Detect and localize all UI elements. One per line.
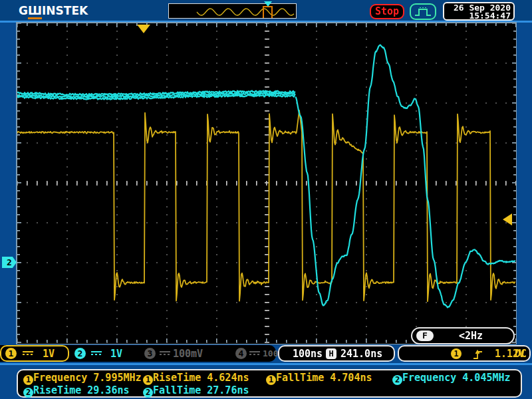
trigger-frequency-badge: F <2Hz — [411, 327, 515, 344]
trigger-level-marker-icon[interactable] — [503, 213, 512, 225]
timebase-scale: 100ns — [293, 348, 323, 360]
channel4-badge: 4 — [235, 348, 247, 359]
measurement-item: 1FallTime 4.704ns — [266, 372, 372, 384]
stop-button[interactable]: Stop — [370, 4, 404, 19]
channel2-scale: 1V — [110, 348, 122, 360]
channel1-badge: 1 — [23, 375, 33, 385]
top-bar: GШINSTEK Stop 26 Sep 2020 15:54:47 — [0, 0, 532, 21]
trigger-coupling: DC — [515, 348, 527, 360]
measurement-item: 1Frequency 7.995MHz — [23, 372, 142, 384]
measurement-item: 2FallTime 27.76ns — [143, 384, 249, 396]
brand-part3: INSTEK — [42, 4, 88, 17]
time-text: 15:54:47 — [444, 12, 511, 20]
horizontal-icon: H — [326, 348, 336, 359]
memory-trigger-marker-icon — [264, 1, 272, 7]
oscilloscope-screen: GШINSTEK Stop 26 Sep 2020 15:54:47 2 F <… — [0, 0, 532, 399]
channel3-status[interactable]: 3 100mV — [138, 345, 207, 362]
measurement-value: 29.36ns — [87, 384, 129, 396]
channel3-badge: 3 — [144, 348, 156, 359]
brand-w-glyph: Ш — [28, 4, 42, 19]
brand-logo: GШINSTEK — [19, 4, 88, 17]
memory-bar[interactable] — [168, 3, 297, 19]
dc-coupling-icon — [91, 351, 102, 356]
measurement-value: 27.76ns — [207, 384, 249, 396]
channel1-badge: 1 — [5, 348, 17, 359]
bottom-separator — [0, 363, 532, 365]
measurement-item: 2RiseTime 29.36ns — [23, 384, 130, 396]
measurement-name: FallTime — [276, 372, 324, 384]
measurement-item: 1RiseTime 4.624ns — [143, 372, 249, 384]
brand-part1: G — [19, 4, 28, 17]
memory-window-bracket-icon[interactable] — [263, 6, 273, 18]
measurement-name: RiseTime — [153, 372, 201, 384]
pulse-icon — [414, 6, 432, 17]
dc-coupling-icon — [160, 351, 170, 356]
frequency-counter-value: <2Hz — [459, 330, 483, 342]
trigger-position-marker-icon[interactable] — [137, 25, 150, 33]
channel2-badge: 2 — [23, 388, 33, 398]
channel1-scale: 1V — [43, 348, 55, 360]
measurements-panel: 1Frequency 7.995MHz 1RiseTime 4.624ns 1F… — [17, 369, 522, 398]
measurement-value: 4.624ns — [207, 372, 249, 384]
channel2-status[interactable]: 2 1V — [69, 345, 138, 362]
channel1-status[interactable]: 1 1V — [0, 345, 69, 362]
rising-edge-icon — [472, 348, 484, 360]
timebase-status[interactable]: 100ns H 241.0ns — [278, 345, 395, 362]
datetime-display: 26 Sep 2020 15:54:47 — [443, 2, 515, 21]
dc-coupling-icon — [23, 351, 33, 356]
dc-coupling-icon — [249, 351, 260, 356]
measurement-value: 7.995MHz — [93, 372, 141, 384]
measurement-item: 2Frequency 4.045MHz — [392, 372, 511, 384]
timebase-delay: 241.0ns — [340, 348, 382, 360]
measurement-name: Frequency — [402, 372, 456, 384]
channel2-badge: 2 — [143, 388, 153, 398]
measurement-name: FallTime — [153, 384, 201, 396]
channel1-badge: 1 — [143, 375, 153, 385]
trigger-status[interactable]: 1 1.12V DC — [398, 345, 531, 362]
channel2-badge: 2 — [392, 375, 402, 385]
measurement-name: Frequency — [33, 372, 87, 384]
memory-waveform-preview — [169, 4, 296, 18]
channel2-badge: 2 — [74, 348, 86, 359]
trigger-source-badge: 1 — [451, 348, 462, 359]
pulse-mode-button[interactable] — [410, 3, 436, 20]
measurement-name: RiseTime — [33, 384, 81, 396]
measurement-value: 4.045MHz — [462, 372, 510, 384]
frequency-counter-icon: F — [416, 331, 434, 341]
channel4-status[interactable]: 4 100mV — [229, 345, 276, 362]
channel2-zero-marker[interactable]: 2 — [2, 257, 17, 268]
channel3-scale: 100mV — [173, 348, 203, 360]
measurement-value: 4.704ns — [330, 372, 372, 384]
channel1-badge: 1 — [266, 375, 276, 385]
waveform-display — [17, 23, 516, 344]
